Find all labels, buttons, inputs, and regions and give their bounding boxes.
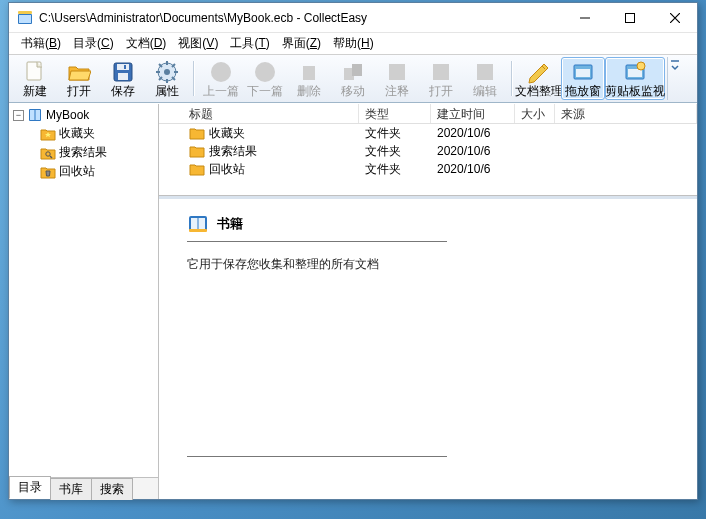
tool-prev: 上一篇 [199, 57, 243, 100]
expander-icon[interactable]: − [13, 110, 24, 121]
list-row[interactable]: 收藏夹 文件夹 2020/10/6 [159, 124, 697, 142]
svg-rect-29 [189, 229, 207, 232]
svg-point-12 [255, 62, 275, 82]
favorites-folder-icon [189, 125, 205, 141]
detail-pane: 书籍 它用于保存您收集和整理的所有文档 [159, 196, 697, 499]
tree-item-search-results[interactable]: 搜索结果 [35, 143, 156, 162]
maximize-button[interactable] [607, 3, 652, 32]
tree-root-label: MyBook [46, 108, 89, 122]
save-icon [111, 60, 135, 84]
menu-view[interactable]: 视图(V) [172, 33, 224, 54]
sidebar-tab-catalog[interactable]: 目录 [9, 476, 51, 499]
book-icon [27, 107, 43, 123]
col-title[interactable]: 标题 [159, 104, 359, 123]
menu-help[interactable]: 帮助(H) [327, 33, 380, 54]
minimize-button[interactable] [562, 3, 607, 32]
menu-tools[interactable]: 工具(T) [224, 33, 275, 54]
list-row[interactable]: 回收站 文件夹 2020/10/6 [159, 160, 697, 178]
open2-icon [429, 60, 453, 84]
tool-drag-window[interactable]: 拖放窗 [561, 57, 605, 100]
list-row[interactable]: 搜索结果 文件夹 2020/10/6 [159, 142, 697, 160]
menubar: 书籍(B) 目录(C) 文档(D) 视图(V) 工具(T) 界面(Z) 帮助(H… [9, 33, 697, 55]
doc-organize-icon [527, 60, 551, 84]
tool-properties[interactable]: 属性 [145, 57, 189, 100]
titlebar: C:\Users\Administrator\Documents\MyBook.… [9, 3, 697, 33]
tool-doc-organize[interactable]: 文档整理 [517, 57, 561, 100]
tool-edit: 编辑 [463, 57, 507, 100]
tree-view[interactable]: − MyBook 收藏夹 搜索结果 回收站 [9, 104, 158, 477]
cell-type: 文件夹 [359, 125, 431, 142]
svg-rect-13 [303, 66, 315, 80]
sidebar: − MyBook 收藏夹 搜索结果 回收站 [9, 104, 159, 499]
cell-type: 文件夹 [359, 143, 431, 160]
col-size[interactable]: 大小 [515, 104, 555, 123]
tool-move: 移动 [331, 57, 375, 100]
col-time[interactable]: 建立时间 [431, 104, 515, 123]
clipboard-monitor-icon [623, 60, 647, 84]
menu-book[interactable]: 书籍(B) [15, 33, 67, 54]
col-source[interactable]: 来源 [555, 104, 697, 123]
app-window: C:\Users\Administrator\Documents\MyBook.… [8, 2, 698, 500]
tree-item-recycle[interactable]: 回收站 [35, 162, 156, 181]
svg-rect-6 [117, 64, 129, 70]
list-view: 标题 类型 建立时间 大小 来源 收藏夹 文件夹 2020/10/6 [159, 104, 697, 196]
sidebar-tab-search[interactable]: 搜索 [91, 478, 133, 500]
menu-document[interactable]: 文档(D) [120, 33, 173, 54]
favorites-folder-icon [40, 126, 56, 142]
app-icon [17, 10, 33, 26]
svg-point-23 [637, 62, 645, 70]
tool-open[interactable]: 打开 [57, 57, 101, 100]
tree-item-label: 收藏夹 [59, 125, 95, 142]
detail-title: 书籍 [217, 215, 243, 233]
search-folder-icon [189, 143, 205, 159]
cell-title: 搜索结果 [209, 143, 257, 160]
tool-clipboard-monitor[interactable]: 剪贴板监视 [605, 57, 665, 100]
cell-time: 2020/10/6 [431, 144, 515, 158]
svg-rect-17 [433, 64, 449, 80]
menu-catalog[interactable]: 目录(C) [67, 33, 120, 54]
toolbar: 新建 打开 保存 属性 上一篇 下一篇 [9, 55, 697, 103]
edit-icon [473, 60, 497, 84]
tree-item-label: 回收站 [59, 163, 95, 180]
move-icon [341, 60, 365, 84]
svg-rect-15 [352, 64, 362, 76]
cell-time: 2020/10/6 [431, 126, 515, 140]
sidebar-tabs: 目录 书库 搜索 [9, 477, 158, 499]
next-icon [253, 60, 277, 84]
svg-point-10 [164, 69, 170, 75]
list-header: 标题 类型 建立时间 大小 来源 [159, 104, 697, 124]
book-icon [187, 213, 209, 235]
tree-item-label: 搜索结果 [59, 144, 107, 161]
tree-root[interactable]: − MyBook [11, 106, 156, 124]
annotate-icon [385, 60, 409, 84]
open-icon [67, 60, 91, 84]
sidebar-tab-library[interactable]: 书库 [50, 478, 92, 500]
search-folder-icon [40, 145, 56, 161]
tool-new[interactable]: 新建 [13, 57, 57, 100]
recycle-folder-icon [189, 161, 205, 177]
cell-type: 文件夹 [359, 161, 431, 178]
svg-rect-1 [19, 15, 31, 23]
tree-item-favorites[interactable]: 收藏夹 [35, 124, 156, 143]
svg-rect-7 [118, 73, 128, 80]
tool-save[interactable]: 保存 [101, 57, 145, 100]
recycle-folder-icon [40, 164, 56, 180]
new-icon [23, 60, 47, 84]
svg-rect-8 [124, 65, 126, 69]
detail-heading: 书籍 [187, 213, 669, 235]
tool-delete: 删除 [287, 57, 331, 100]
menu-interface[interactable]: 界面(Z) [276, 33, 327, 54]
close-button[interactable] [652, 3, 697, 32]
tool-open2: 打开 [419, 57, 463, 100]
content-pane: 标题 类型 建立时间 大小 来源 收藏夹 文件夹 2020/10/6 [159, 104, 697, 499]
properties-icon [155, 60, 179, 84]
toolbar-overflow[interactable] [667, 57, 681, 100]
drag-window-icon [571, 60, 595, 84]
svg-rect-16 [389, 64, 405, 80]
window-title: C:\Users\Administrator\Documents\MyBook.… [39, 11, 562, 25]
list-body[interactable]: 收藏夹 文件夹 2020/10/6 搜索结果 文件夹 2020/10/6 [159, 124, 697, 195]
svg-rect-18 [477, 64, 493, 80]
col-type[interactable]: 类型 [359, 104, 431, 123]
svg-rect-3 [625, 13, 634, 22]
divider [187, 241, 447, 242]
